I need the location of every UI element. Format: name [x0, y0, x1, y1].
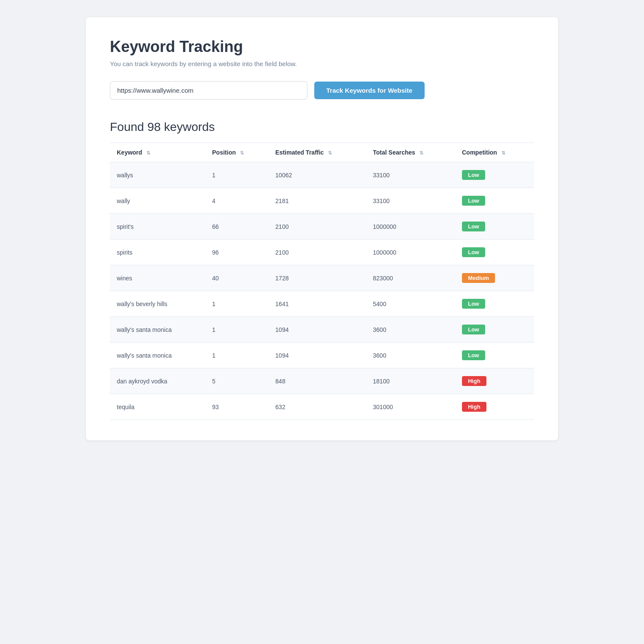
cell-competition: Low	[455, 188, 534, 214]
table-body: wallys 1 10062 33100 Low wally 4 2181 33…	[110, 162, 534, 420]
cell-keyword: wallys	[110, 162, 205, 188]
competition-badge: High	[462, 402, 486, 412]
sort-icon-position[interactable]: ⇅	[240, 150, 244, 156]
cell-position: 1	[205, 162, 268, 188]
table-row: wines 40 1728 823000 Medium	[110, 265, 534, 291]
page-subtitle: You can track keywords by entering a web…	[110, 60, 534, 67]
competition-badge: Low	[462, 350, 485, 360]
cell-estimated-traffic: 632	[268, 394, 366, 420]
cell-competition: Low	[455, 162, 534, 188]
cell-total-searches: 1000000	[366, 214, 455, 240]
sort-icon-estimated-traffic[interactable]: ⇅	[328, 150, 332, 156]
cell-total-searches: 33100	[366, 162, 455, 188]
cell-keyword: dan aykroyd vodka	[110, 368, 205, 394]
cell-competition: Low	[455, 214, 534, 240]
main-card: Keyword Tracking You can track keywords …	[86, 17, 558, 440]
cell-competition: Low	[455, 317, 534, 343]
cell-estimated-traffic: 2181	[268, 188, 366, 214]
page-title: Keyword Tracking	[110, 38, 534, 56]
table-row: spirits 96 2100 1000000 Low	[110, 240, 534, 265]
sort-icon-competition[interactable]: ⇅	[501, 150, 505, 156]
cell-estimated-traffic: 1094	[268, 317, 366, 343]
cell-keyword: wally's santa monica	[110, 343, 205, 368]
cell-competition: Low	[455, 291, 534, 317]
cell-competition: Medium	[455, 265, 534, 291]
cell-keyword: spirit's	[110, 214, 205, 240]
cell-keyword: wally	[110, 188, 205, 214]
cell-estimated-traffic: 848	[268, 368, 366, 394]
cell-position: 4	[205, 188, 268, 214]
cell-position: 5	[205, 368, 268, 394]
competition-badge: Low	[462, 222, 485, 231]
cell-estimated-traffic: 1094	[268, 343, 366, 368]
table-row: dan aykroyd vodka 5 848 18100 High	[110, 368, 534, 394]
search-row: Track Keywords for Website	[110, 81, 534, 100]
cell-keyword: tequila	[110, 394, 205, 420]
cell-total-searches: 33100	[366, 188, 455, 214]
table-row: wally's santa monica 1 1094 3600 Low	[110, 317, 534, 343]
table-row: wallys 1 10062 33100 Low	[110, 162, 534, 188]
competition-badge: Low	[462, 247, 485, 257]
cell-estimated-traffic: 2100	[268, 214, 366, 240]
cell-competition: Low	[455, 343, 534, 368]
url-input[interactable]	[110, 81, 307, 100]
cell-competition: High	[455, 394, 534, 420]
results-heading: Found 98 keywords	[110, 120, 534, 134]
cell-keyword: wally's beverly hills	[110, 291, 205, 317]
keywords-table-wrapper: Keyword ⇅ Position ⇅ Estimated Traffic ⇅…	[110, 143, 534, 420]
table-row: tequila 93 632 301000 High	[110, 394, 534, 420]
cell-position: 96	[205, 240, 268, 265]
cell-total-searches: 3600	[366, 343, 455, 368]
cell-keyword: wines	[110, 265, 205, 291]
cell-total-searches: 1000000	[366, 240, 455, 265]
competition-badge: Low	[462, 196, 485, 206]
competition-badge: Low	[462, 299, 485, 309]
cell-position: 66	[205, 214, 268, 240]
cell-total-searches: 301000	[366, 394, 455, 420]
cell-estimated-traffic: 10062	[268, 162, 366, 188]
table-row: wally 4 2181 33100 Low	[110, 188, 534, 214]
cell-estimated-traffic: 2100	[268, 240, 366, 265]
col-header-position[interactable]: Position ⇅	[205, 143, 268, 162]
cell-competition: Low	[455, 240, 534, 265]
competition-badge: Medium	[462, 273, 495, 283]
col-header-keyword[interactable]: Keyword ⇅	[110, 143, 205, 162]
cell-total-searches: 3600	[366, 317, 455, 343]
cell-position: 93	[205, 394, 268, 420]
keywords-table: Keyword ⇅ Position ⇅ Estimated Traffic ⇅…	[110, 143, 534, 420]
cell-position: 1	[205, 317, 268, 343]
col-header-competition[interactable]: Competition ⇅	[455, 143, 534, 162]
col-header-total-searches[interactable]: Total Searches ⇅	[366, 143, 455, 162]
cell-estimated-traffic: 1728	[268, 265, 366, 291]
cell-competition: High	[455, 368, 534, 394]
sort-icon-keyword[interactable]: ⇅	[146, 150, 150, 156]
cell-keyword: spirits	[110, 240, 205, 265]
cell-total-searches: 823000	[366, 265, 455, 291]
cell-total-searches: 5400	[366, 291, 455, 317]
sort-icon-total-searches[interactable]: ⇅	[419, 150, 423, 156]
cell-keyword: wally's santa monica	[110, 317, 205, 343]
cell-position: 40	[205, 265, 268, 291]
table-header: Keyword ⇅ Position ⇅ Estimated Traffic ⇅…	[110, 143, 534, 162]
competition-badge: Low	[462, 325, 485, 334]
cell-estimated-traffic: 1641	[268, 291, 366, 317]
track-keywords-button[interactable]: Track Keywords for Website	[314, 82, 425, 99]
table-row: spirit's 66 2100 1000000 Low	[110, 214, 534, 240]
cell-total-searches: 18100	[366, 368, 455, 394]
table-row: wally's santa monica 1 1094 3600 Low	[110, 343, 534, 368]
cell-position: 1	[205, 291, 268, 317]
table-row: wally's beverly hills 1 1641 5400 Low	[110, 291, 534, 317]
competition-badge: Low	[462, 170, 485, 180]
col-header-estimated-traffic[interactable]: Estimated Traffic ⇅	[268, 143, 366, 162]
competition-badge: High	[462, 376, 486, 386]
cell-position: 1	[205, 343, 268, 368]
